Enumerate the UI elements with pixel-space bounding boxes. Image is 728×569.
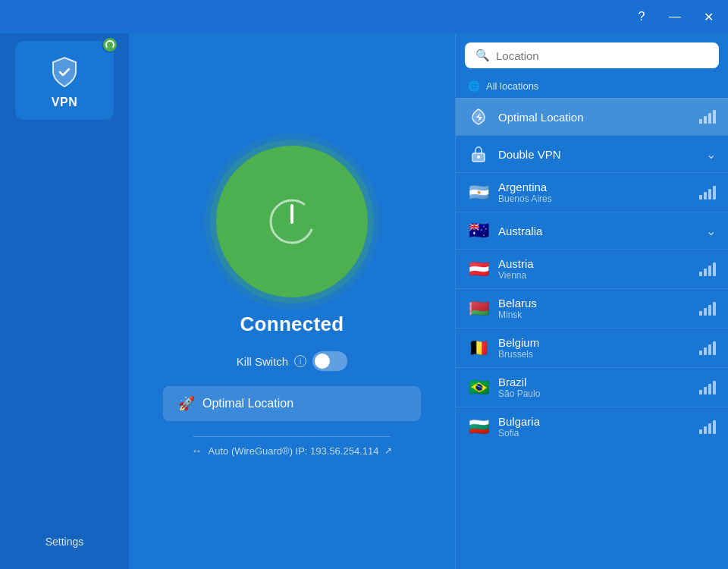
power-icon [265,195,318,248]
list-item[interactable]: 🇧🇬BulgariaSofia [456,407,728,446]
location-text: BelarusMinsk [498,297,690,320]
vpn-nav-button[interactable]: VPN [15,41,114,120]
location-flag-icon: 🇦🇷 [468,182,489,203]
main-content: VPN Settings Connected Kill Switch i [0,33,728,569]
globe-icon: 🌐 [468,80,480,92]
location-flag-icon [468,143,489,165]
expand-chevron-icon[interactable]: ⌄ [706,147,716,162]
location-sub: Buenos Aires [498,193,690,204]
location-text: BulgariaSofia [498,415,690,439]
list-item[interactable]: Optimal Location [456,98,728,135]
list-item[interactable]: 🇧🇷BrazilSão Paulo [456,367,728,407]
location-text: BelgiumBrussels [498,336,690,360]
signal-strength-icon [699,302,716,316]
location-text: AustriaVienna [498,257,690,281]
location-flag-icon: 🇧🇾 [468,298,489,319]
connection-info: ↔ Auto (WireGuard®) IP: 193.56.254.114 ↗ [192,445,393,457]
location-sub: Minsk [498,310,690,320]
location-name: Argentina [498,181,690,193]
expand-chevron-icon[interactable]: ⌄ [706,224,716,238]
search-bar: 🔍 [465,42,719,68]
location-list: 🌐 All locations Optimal Location Double … [456,74,728,569]
location-name: Austria [498,257,690,270]
location-name: Optimal Location [498,111,690,124]
location-text: Australia [498,225,697,237]
list-item[interactable]: 🇦🇹AustriaVienna [456,249,728,288]
location-text: Optimal Location [498,111,690,124]
signal-strength-icon [699,381,716,395]
signal-strength-icon [699,186,716,200]
location-flag-icon: 🇦🇹 [468,259,489,280]
settings-nav-button[interactable]: Settings [36,530,93,554]
connection-divider [193,436,391,437]
list-item[interactable]: Double VPN⌄ [456,135,728,172]
optimal-rocket-icon: 🚀 [178,395,195,412]
power-indicator [102,36,118,53]
close-button[interactable]: ✕ [698,6,719,27]
kill-switch-toggle[interactable] [312,351,347,371]
shield-icon [47,55,82,90]
all-locations-header: 🌐 All locations [456,74,728,98]
location-items: Optimal Location Double VPN⌄🇦🇷ArgentinaB… [456,98,728,446]
connected-status: Connected [240,313,344,336]
current-location-bar[interactable]: 🚀 Optimal Location [163,386,421,421]
svg-point-3 [477,156,480,159]
connection-details: Auto (WireGuard®) IP: 193.56.254.114 [209,445,379,457]
location-flag-icon [468,106,489,127]
toggle-knob [315,354,330,369]
sidebar-bottom: Settings [36,530,93,569]
right-panel: 🔍 🌐 All locations Optimal Location [455,33,728,569]
power-button[interactable] [216,146,368,297]
location-flag-icon: 🇧🇬 [468,417,489,438]
current-location-label: Optimal Location [202,397,293,410]
location-flag-icon: 🇦🇺 [468,220,489,241]
help-button[interactable]: ? [631,6,652,27]
location-name: Australia [498,225,697,237]
sidebar: VPN Settings [0,33,129,569]
signal-strength-icon [699,262,716,276]
signal-strength-icon [699,341,716,355]
vpn-label: VPN [52,96,77,109]
kill-switch-info-icon[interactable]: i [294,355,306,367]
location-sub: São Paulo [498,388,690,399]
location-text: Double VPN [498,148,697,161]
location-name: Double VPN [498,148,697,161]
location-name: Belarus [498,297,690,310]
list-item[interactable]: 🇧🇪BelgiumBrussels [456,328,728,367]
location-text: ArgentinaBuenos Aires [498,181,690,204]
center-panel: Connected Kill Switch i 🚀 Optimal Locati… [129,33,455,569]
list-item[interactable]: 🇦🇺Australia⌄ [456,212,728,249]
minimize-button[interactable]: — [664,6,686,27]
kill-switch-label: Kill Switch [237,355,288,368]
title-bar: ? — ✕ [0,0,728,33]
list-item[interactable]: 🇦🇷ArgentinaBuenos Aires [456,172,728,212]
signal-strength-icon [699,420,716,434]
location-flag-icon: 🇧🇪 [468,338,489,359]
list-item[interactable]: 🇧🇾BelarusMinsk [456,288,728,328]
location-sub: Sofia [498,428,690,439]
location-name: Belgium [498,336,690,349]
transfer-icon: ↔ [192,445,202,457]
search-input[interactable] [496,49,708,62]
kill-switch-row: Kill Switch i [237,351,347,371]
location-name: Brazil [498,376,690,388]
location-text: BrazilSão Paulo [498,376,690,399]
external-link-icon[interactable]: ↗ [384,445,392,456]
location-name: Bulgaria [498,415,690,428]
location-sub: Brussels [498,349,690,360]
location-sub: Vienna [498,270,690,281]
app-window: ? — ✕ VPN Settings [0,0,728,569]
all-locations-label: All locations [486,80,538,92]
signal-strength-icon [699,110,716,124]
location-flag-icon: 🇧🇷 [468,377,489,398]
search-icon: 🔍 [475,49,490,62]
